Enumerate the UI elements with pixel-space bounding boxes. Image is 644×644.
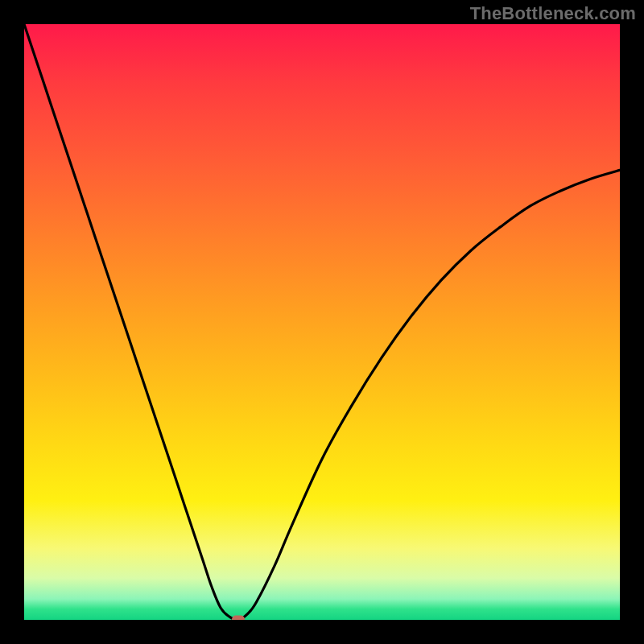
chart-frame: TheBottleneck.com	[0, 0, 644, 644]
optimal-point-marker	[232, 616, 245, 621]
plot-area	[24, 24, 620, 620]
bottleneck-curve	[24, 24, 620, 620]
watermark-text: TheBottleneck.com	[470, 3, 636, 24]
